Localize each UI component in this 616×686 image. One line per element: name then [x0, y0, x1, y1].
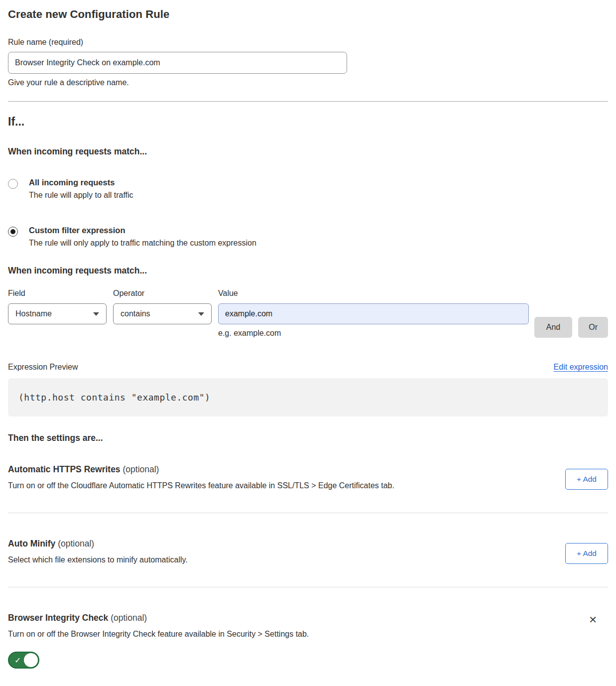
edit-expression-link[interactable]: Edit expression	[554, 363, 608, 372]
radio-option-text: Custom filter expression The rule will o…	[29, 226, 256, 248]
setting-text: Browser Integrity Check (optional) Turn …	[8, 613, 309, 669]
value-help: e.g. example.com	[218, 329, 529, 338]
section-divider	[8, 101, 608, 102]
setting-auto-minify: Auto Minify (optional) Select which file…	[8, 539, 608, 564]
operator-column: Operator contains	[113, 289, 212, 338]
field-label: Field	[8, 289, 107, 298]
expression-preview-label: Expression Preview	[8, 363, 78, 372]
if-heading: If...	[8, 115, 608, 129]
rule-name-input[interactable]	[8, 52, 347, 74]
expression-builder-heading: When incoming requests match...	[8, 266, 608, 276]
settings-heading: Then the settings are...	[8, 433, 608, 443]
radio-option-custom-filter-expression[interactable]: Custom filter expression The rule will o…	[8, 226, 608, 248]
setting-text: Automatic HTTPS Rewrites (optional) Turn…	[8, 464, 394, 490]
expression-builder-row: Field Hostname Operator contains Value e…	[8, 289, 608, 338]
browser-integrity-check-toggle[interactable]: ✓	[8, 652, 39, 669]
rule-name-group: Rule name (required) Give your rule a de…	[8, 38, 608, 87]
setting-optional-tag: (optional)	[123, 464, 159, 474]
setting-divider	[8, 513, 608, 513]
radio-selected-icon[interactable]	[8, 227, 18, 237]
page-title: Create new Configuration Rule	[8, 8, 608, 21]
add-auto-minify-button[interactable]: + Add	[565, 543, 608, 564]
setting-optional-tag: (optional)	[111, 613, 147, 623]
setting-optional-tag: (optional)	[58, 539, 94, 549]
field-select[interactable]: Hostname	[8, 303, 107, 324]
setting-automatic-https-rewrites: Automatic HTTPS Rewrites (optional) Turn…	[8, 464, 608, 490]
radio-unselected-icon[interactable]	[8, 179, 18, 189]
operator-select-value: contains	[121, 309, 150, 318]
or-button[interactable]: Or	[578, 317, 608, 338]
value-label: Value	[218, 289, 529, 298]
add-automatic-https-rewrites-button[interactable]: + Add	[565, 469, 608, 490]
setting-title: Auto Minify (optional)	[8, 539, 188, 549]
toggle-knob[interactable]	[24, 653, 38, 667]
setting-title: Automatic HTTPS Rewrites (optional)	[8, 464, 394, 475]
expression-preview-code: (http.host contains "example.com")	[8, 378, 608, 416]
chevron-down-icon	[93, 312, 99, 316]
rule-name-label: Rule name (required)	[8, 38, 608, 47]
rule-name-help: Give your rule a descriptive name.	[8, 78, 608, 87]
check-icon: ✓	[14, 656, 21, 665]
setting-divider	[8, 587, 608, 587]
create-configuration-rule-form: Create new Configuration Rule Rule name …	[0, 0, 616, 686]
and-button[interactable]: And	[534, 317, 572, 338]
setting-browser-integrity-check: Browser Integrity Check (optional) Turn …	[8, 613, 608, 669]
setting-title-text: Auto Minify	[8, 539, 55, 549]
radio-option-all-incoming-requests[interactable]: All incoming requests The rule will appl…	[8, 178, 608, 200]
setting-title-text: Automatic HTTPS Rewrites	[8, 464, 121, 474]
radio-option-label: All incoming requests	[29, 178, 133, 187]
radio-option-text: All incoming requests The rule will appl…	[29, 178, 133, 200]
setting-title: Browser Integrity Check (optional)	[8, 613, 309, 623]
expression-preview-header: Expression Preview Edit expression	[8, 363, 608, 372]
radio-option-description: The rule will apply to all traffic	[29, 191, 133, 200]
radio-dot	[10, 229, 15, 234]
setting-description: Select which file extensions to minify a…	[8, 555, 188, 564]
setting-title-text: Browser Integrity Check	[8, 613, 108, 623]
operator-select[interactable]: contains	[113, 303, 212, 324]
expression-code-text: (http.host contains "example.com")	[18, 392, 210, 403]
setting-description: Turn on or off the Cloudflare Automatic …	[8, 481, 394, 490]
radio-option-label: Custom filter expression	[29, 226, 256, 235]
chevron-down-icon	[198, 312, 204, 316]
setting-description: Turn on or off the Browser Integrity Che…	[8, 630, 309, 639]
close-icon[interactable]: ✕	[589, 615, 597, 625]
value-input[interactable]	[218, 303, 529, 324]
field-select-value: Hostname	[15, 309, 52, 318]
value-column: Value e.g. example.com	[218, 289, 529, 338]
field-column: Field Hostname	[8, 289, 107, 338]
setting-text: Auto Minify (optional) Select which file…	[8, 539, 188, 564]
match-type-heading: When incoming requests match...	[8, 146, 608, 157]
radio-option-description: The rule will only apply to traffic matc…	[29, 239, 256, 248]
operator-label: Operator	[113, 289, 212, 298]
